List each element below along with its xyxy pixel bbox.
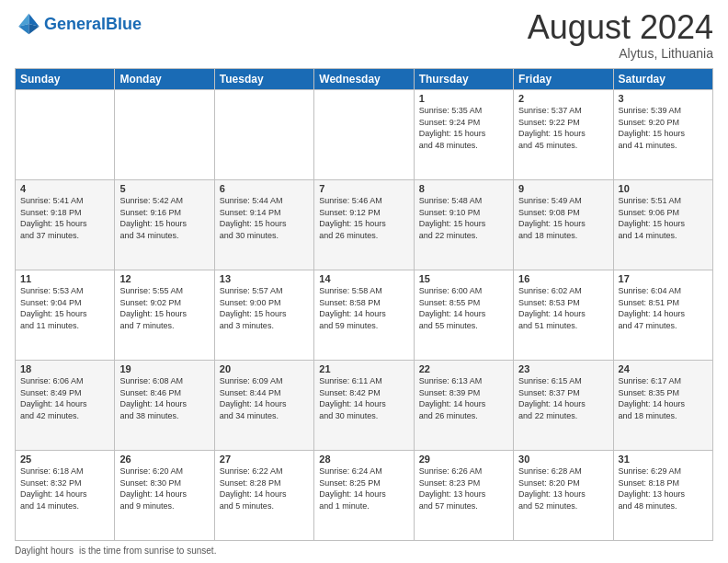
table-row: 4Sunrise: 5:41 AM Sunset: 9:18 PM Daylig… [16,180,115,270]
table-row: 27Sunrise: 6:22 AM Sunset: 8:28 PM Dayli… [214,451,313,541]
table-row: 22Sunrise: 6:13 AM Sunset: 8:39 PM Dayli… [414,361,513,451]
day-number: 22 [419,363,508,374]
table-row: 10Sunrise: 5:51 AM Sunset: 9:06 PM Dayli… [613,180,712,270]
table-row: 29Sunrise: 6:26 AM Sunset: 8:23 PM Dayli… [414,451,513,541]
table-row: 14Sunrise: 5:58 AM Sunset: 8:58 PM Dayli… [314,270,414,361]
day-info: Sunrise: 6:29 AM Sunset: 8:18 PM Dayligh… [619,465,708,511]
calendar-table: Sunday Monday Tuesday Wednesday Thursday… [15,68,713,541]
table-row: 2Sunrise: 5:37 AM Sunset: 9:22 PM Daylig… [514,90,613,180]
day-number: 14 [319,273,408,284]
header: GeneralBlue August 2024 Alytus, Lithuani… [15,11,713,61]
logo: GeneralBlue [15,11,142,37]
table-row: 9Sunrise: 5:49 AM Sunset: 9:08 PM Daylig… [514,180,613,270]
table-row: 31Sunrise: 6:29 AM Sunset: 8:18 PM Dayli… [613,451,712,541]
day-info: Sunrise: 5:41 AM Sunset: 9:18 PM Dayligh… [20,195,109,241]
day-info: Sunrise: 5:35 AM Sunset: 9:24 PM Dayligh… [419,105,508,151]
col-wednesday: Wednesday [314,69,414,90]
day-number: 11 [20,273,109,284]
day-info: Sunrise: 6:13 AM Sunset: 8:39 PM Dayligh… [419,375,508,421]
day-number: 21 [319,363,408,374]
calendar-week-row: 4Sunrise: 5:41 AM Sunset: 9:18 PM Daylig… [16,180,713,270]
table-row: 17Sunrise: 6:04 AM Sunset: 8:51 PM Dayli… [613,270,712,361]
day-info: Sunrise: 5:46 AM Sunset: 9:12 PM Dayligh… [319,195,408,241]
day-number: 7 [319,183,408,194]
day-number: 30 [518,454,608,465]
table-row: 24Sunrise: 6:17 AM Sunset: 8:35 PM Dayli… [613,361,712,451]
day-number: 8 [419,183,508,194]
daylight-note: Daylight hours [15,546,74,556]
day-info: Sunrise: 6:08 AM Sunset: 8:46 PM Dayligh… [119,375,209,421]
day-number: 4 [20,183,109,194]
day-number: 25 [20,454,109,465]
day-number: 13 [220,273,309,284]
day-info: Sunrise: 5:42 AM Sunset: 9:16 PM Dayligh… [119,195,209,241]
logo-text: GeneralBlue [44,16,142,32]
table-row: 19Sunrise: 6:08 AM Sunset: 8:46 PM Dayli… [115,361,214,451]
table-row [214,90,313,180]
table-row: 5Sunrise: 5:42 AM Sunset: 9:16 PM Daylig… [115,180,214,270]
day-info: Sunrise: 6:18 AM Sunset: 8:32 PM Dayligh… [20,465,109,511]
day-number: 3 [619,93,708,104]
day-info: Sunrise: 6:06 AM Sunset: 8:49 PM Dayligh… [20,375,109,421]
day-info: Sunrise: 6:28 AM Sunset: 8:20 PM Dayligh… [518,465,608,511]
day-info: Sunrise: 6:26 AM Sunset: 8:23 PM Dayligh… [419,465,508,511]
day-info: Sunrise: 5:57 AM Sunset: 9:00 PM Dayligh… [220,285,309,331]
table-row: 3Sunrise: 5:39 AM Sunset: 9:20 PM Daylig… [613,90,712,180]
day-info: Sunrise: 6:15 AM Sunset: 8:37 PM Dayligh… [518,375,608,421]
day-number: 24 [619,363,708,374]
table-row: 18Sunrise: 6:06 AM Sunset: 8:49 PM Dayli… [16,361,115,451]
day-info: Sunrise: 5:58 AM Sunset: 8:58 PM Dayligh… [319,285,408,331]
location: Alytus, Lithuania [528,46,713,61]
calendar-header-row: Sunday Monday Tuesday Wednesday Thursday… [16,69,713,90]
day-info: Sunrise: 5:44 AM Sunset: 9:14 PM Dayligh… [220,195,309,241]
day-number: 19 [119,363,209,374]
table-row [16,90,115,180]
day-info: Sunrise: 6:11 AM Sunset: 8:42 PM Dayligh… [319,375,408,421]
day-number: 10 [619,183,708,194]
title-block: August 2024 Alytus, Lithuania [528,11,713,61]
calendar-week-row: 18Sunrise: 6:06 AM Sunset: 8:49 PM Dayli… [16,361,713,451]
page: GeneralBlue August 2024 Alytus, Lithuani… [0,0,728,563]
table-row: 8Sunrise: 5:48 AM Sunset: 9:10 PM Daylig… [414,180,513,270]
day-info: Sunrise: 6:02 AM Sunset: 8:53 PM Dayligh… [518,285,608,331]
table-row: 28Sunrise: 6:24 AM Sunset: 8:25 PM Dayli… [314,451,414,541]
table-row: 12Sunrise: 5:55 AM Sunset: 9:02 PM Dayli… [115,270,214,361]
day-number: 1 [419,93,508,104]
table-row: 1Sunrise: 5:35 AM Sunset: 9:24 PM Daylig… [414,90,513,180]
col-friday: Friday [514,69,613,90]
day-number: 17 [619,273,708,284]
table-row: 20Sunrise: 6:09 AM Sunset: 8:44 PM Dayli… [214,361,313,451]
day-number: 2 [518,93,608,104]
table-row: 7Sunrise: 5:46 AM Sunset: 9:12 PM Daylig… [314,180,414,270]
table-row: 6Sunrise: 5:44 AM Sunset: 9:14 PM Daylig… [214,180,313,270]
day-info: Sunrise: 6:20 AM Sunset: 8:30 PM Dayligh… [119,465,209,511]
footer: Daylight hours is the time from sunrise … [15,546,713,556]
day-info: Sunrise: 6:24 AM Sunset: 8:25 PM Dayligh… [319,465,408,511]
calendar-week-row: 11Sunrise: 5:53 AM Sunset: 9:04 PM Dayli… [16,270,713,361]
day-number: 6 [220,183,309,194]
month-title: August 2024 [528,11,713,44]
day-number: 28 [319,454,408,465]
table-row: 23Sunrise: 6:15 AM Sunset: 8:37 PM Dayli… [514,361,613,451]
day-info: Sunrise: 5:39 AM Sunset: 9:20 PM Dayligh… [619,105,708,151]
day-info: Sunrise: 5:51 AM Sunset: 9:06 PM Dayligh… [619,195,708,241]
calendar-week-row: 1Sunrise: 5:35 AM Sunset: 9:24 PM Daylig… [16,90,713,180]
calendar-week-row: 25Sunrise: 6:18 AM Sunset: 8:32 PM Dayli… [16,451,713,541]
day-number: 18 [20,363,109,374]
day-info: Sunrise: 6:17 AM Sunset: 8:35 PM Dayligh… [619,375,708,421]
day-number: 23 [518,363,608,374]
day-number: 5 [119,183,209,194]
day-info: Sunrise: 5:37 AM Sunset: 9:22 PM Dayligh… [518,105,608,151]
day-number: 16 [518,273,608,284]
col-tuesday: Tuesday [214,69,313,90]
day-number: 27 [220,454,309,465]
table-row: 30Sunrise: 6:28 AM Sunset: 8:20 PM Dayli… [514,451,613,541]
day-info: Sunrise: 6:04 AM Sunset: 8:51 PM Dayligh… [619,285,708,331]
day-info: Sunrise: 5:53 AM Sunset: 9:04 PM Dayligh… [20,285,109,331]
table-row: 15Sunrise: 6:00 AM Sunset: 8:55 PM Dayli… [414,270,513,361]
table-row: 16Sunrise: 6:02 AM Sunset: 8:53 PM Dayli… [514,270,613,361]
day-number: 31 [619,454,708,465]
day-info: Sunrise: 5:48 AM Sunset: 9:10 PM Dayligh… [419,195,508,241]
day-info: Sunrise: 6:09 AM Sunset: 8:44 PM Dayligh… [220,375,309,421]
footer-desc: is the time from sunrise to sunset. [79,546,217,556]
